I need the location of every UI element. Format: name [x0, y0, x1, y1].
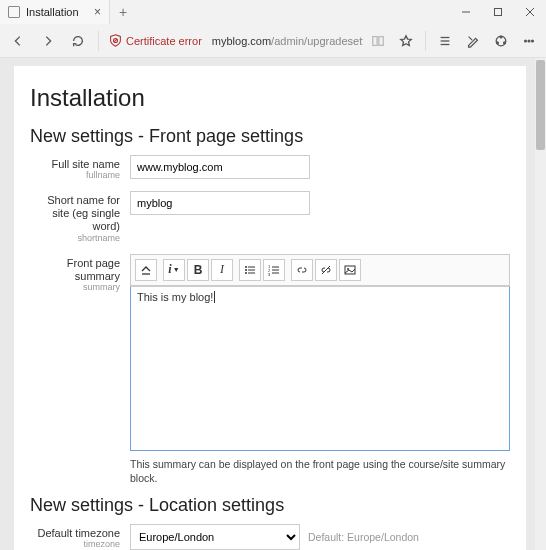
maximize-button[interactable]: [482, 0, 514, 24]
svg-line-32: [322, 266, 330, 274]
scrollbar-thumb[interactable]: [536, 60, 545, 150]
scrollbar[interactable]: [535, 58, 546, 550]
new-tab-button[interactable]: +: [110, 0, 136, 24]
toolbar-unlink-button[interactable]: [315, 259, 337, 281]
separator: [425, 31, 426, 51]
toolbar-link-button[interactable]: [291, 259, 313, 281]
tab-bar: Installation × +: [0, 0, 546, 24]
share-button[interactable]: [488, 27, 514, 55]
svg-point-22: [245, 269, 247, 271]
svg-point-14: [497, 41, 499, 43]
favorite-button[interactable]: [393, 27, 419, 55]
reading-view-button[interactable]: [365, 27, 391, 55]
field-timezone: Default timezone timezone Europe/London …: [30, 524, 510, 550]
hub-button[interactable]: [432, 27, 458, 55]
more-button[interactable]: [516, 27, 542, 55]
url-field[interactable]: myblog.com/admin/upgradesettings.php?ret…: [208, 35, 363, 47]
fullname-sublabel: fullname: [30, 171, 120, 181]
svg-rect-6: [373, 36, 377, 45]
svg-point-24: [245, 272, 247, 274]
tab-close-icon[interactable]: ×: [94, 5, 101, 19]
browser-tab[interactable]: Installation ×: [0, 0, 110, 24]
toolbar-expand-button[interactable]: [135, 259, 157, 281]
toolbar-ul-button[interactable]: [239, 259, 261, 281]
refresh-button[interactable]: [64, 27, 92, 55]
svg-point-13: [500, 36, 502, 38]
timezone-default-text: Default: Europe/London: [308, 531, 419, 543]
summary-help: This summary can be displayed on the fro…: [130, 457, 510, 485]
timezone-sublabel: timezone: [30, 540, 120, 550]
svg-point-15: [504, 41, 506, 43]
page-content: Installation New settings - Front page s…: [14, 66, 526, 550]
viewport: Installation New settings - Front page s…: [0, 58, 546, 550]
shortname-label: Short name for site (eg single word): [30, 194, 120, 234]
toolbar-italic-button[interactable]: I: [211, 259, 233, 281]
svg-point-18: [532, 40, 534, 42]
toolbar-image-button[interactable]: [339, 259, 361, 281]
address-bar: Certificate error myblog.com/admin/upgra…: [0, 24, 546, 58]
browser-chrome: Installation × + Certificate error myblo…: [0, 0, 546, 58]
forward-button[interactable]: [34, 27, 62, 55]
svg-rect-7: [379, 36, 383, 45]
certificate-error[interactable]: Certificate error: [105, 34, 206, 47]
svg-point-20: [245, 266, 247, 268]
timezone-select[interactable]: Europe/London: [130, 524, 300, 550]
svg-line-5: [114, 39, 117, 42]
tab-title: Installation: [26, 6, 79, 18]
svg-line-11: [469, 36, 473, 40]
section-heading-location: New settings - Location settings: [30, 495, 510, 516]
label-col: Default timezone timezone: [30, 524, 130, 550]
svg-point-16: [525, 40, 527, 42]
field-summary: Front page summary summary i▼ B I 123: [30, 254, 510, 485]
svg-point-17: [528, 40, 530, 42]
field-shortname: Short name for site (eg single word) sho…: [30, 191, 510, 243]
window-controls: [450, 0, 546, 24]
webnote-button[interactable]: [460, 27, 486, 55]
toolbar-info-button[interactable]: i▼: [163, 259, 185, 281]
url-path: /admin/upgradesettings.php?return=site: [271, 35, 363, 47]
fullname-input[interactable]: [130, 155, 310, 179]
page-icon: [8, 6, 20, 18]
back-button[interactable]: [4, 27, 32, 55]
summary-text: This is my blog!: [137, 291, 215, 303]
summary-editor[interactable]: This is my blog!: [130, 286, 510, 451]
toolbar-ol-button[interactable]: 123: [263, 259, 285, 281]
svg-rect-1: [495, 9, 502, 16]
separator: [98, 31, 99, 51]
cert-error-text: Certificate error: [126, 35, 202, 47]
summary-label: Front page summary: [30, 257, 120, 283]
label-col: Full site name fullname: [30, 155, 130, 181]
shield-error-icon: [109, 34, 122, 47]
toolbar-bold-button[interactable]: B: [187, 259, 209, 281]
close-window-button[interactable]: [514, 0, 546, 24]
minimize-button[interactable]: [450, 0, 482, 24]
summary-sublabel: summary: [30, 283, 120, 293]
label-col: Front page summary summary: [30, 254, 130, 485]
svg-text:3: 3: [268, 272, 271, 276]
page-title: Installation: [30, 84, 510, 112]
shortname-sublabel: shortname: [30, 234, 120, 244]
section-heading-front: New settings - Front page settings: [30, 126, 510, 147]
toolbar-right: [365, 27, 542, 55]
editor-toolbar: i▼ B I 123: [130, 254, 510, 286]
url-host: myblog.com: [212, 35, 271, 47]
shortname-input[interactable]: [130, 191, 310, 215]
label-col: Short name for site (eg single word) sho…: [30, 191, 130, 243]
field-fullname: Full site name fullname: [30, 155, 510, 181]
